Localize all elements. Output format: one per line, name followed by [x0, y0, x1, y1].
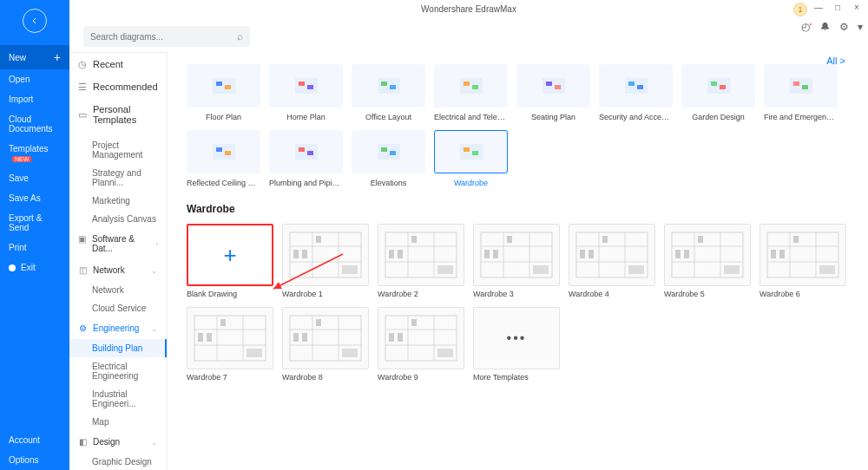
sidebar-item-label: Software & Dat... [92, 234, 149, 253]
category-card[interactable]: Elevations [352, 130, 425, 187]
template-thumb [187, 307, 273, 369]
svg-rect-80 [724, 265, 740, 274]
close-icon[interactable]: × [851, 3, 863, 12]
sidebar-sub-industrial-eng[interactable]: Industrial Engineeri... [69, 385, 167, 413]
sidebar-item-engineering[interactable]: ⚙︎Engineering⌄ [69, 317, 167, 339]
template-card[interactable]: Wardrobe 7 [187, 307, 273, 382]
folder-icon: ▭ [78, 110, 87, 119]
sidebar-sub-network[interactable]: Network [69, 281, 167, 299]
svg-rect-30 [378, 144, 400, 160]
sidebar-item-new[interactable]: New + [0, 45, 69, 69]
category-card[interactable]: Seating Plan [516, 64, 590, 121]
sidebar-sub-building-plan[interactable]: Building Plan [69, 339, 167, 357]
svg-rect-3 [295, 78, 318, 94]
category-card[interactable]: Fire and Emergency Pl... [764, 64, 838, 121]
template-label: Wardrobe 9 [378, 373, 464, 382]
sidebar-sub-graphic-design[interactable]: Graphic Design [69, 453, 167, 470]
sidebar-item-save[interactable]: Save [0, 168, 69, 188]
svg-rect-53 [437, 265, 453, 274]
template-thumb [569, 224, 655, 286]
sidebar-sub-map[interactable]: Map [69, 413, 167, 431]
sidebar-sub-marketing[interactable]: Marketing [69, 192, 167, 210]
search-input[interactable] [90, 32, 237, 42]
sidebar-item-recommended[interactable]: ☰Recommended [69, 75, 167, 98]
category-card[interactable]: Garden Design [681, 64, 755, 121]
sidebar-item-save-as[interactable]: Save As [0, 188, 69, 208]
svg-rect-68 [580, 250, 585, 258]
category-card[interactable]: Reflected Ceiling Plan [187, 130, 260, 187]
sidebar-item-software[interactable]: ▣Software & Dat...› [69, 228, 167, 259]
template-card[interactable]: ••• More Templates [473, 307, 560, 382]
svg-rect-97 [220, 319, 226, 326]
sidebar-sub-analysis-canvas[interactable]: Analysis Canvas [69, 210, 167, 228]
svg-rect-114 [398, 333, 403, 342]
category-card[interactable]: Home Plan [269, 64, 343, 121]
sidebar-item-recent[interactable]: ◷Recent [69, 53, 167, 75]
category-thumb [269, 64, 343, 108]
category-label: Floor Plan [206, 113, 241, 121]
search-icon[interactable]: ⌕ [237, 30, 243, 42]
category-card[interactable]: Floor Plan [187, 64, 260, 121]
template-thumb [378, 307, 464, 369]
svg-rect-18 [707, 78, 730, 94]
sidebar-item-exit[interactable]: Exit [0, 258, 69, 277]
sidebar-sub-electrical-eng[interactable]: Electrical Engineering [69, 357, 167, 385]
sidebar-item-account[interactable]: Account [0, 430, 69, 450]
template-label: More Templates [473, 373, 560, 382]
sidebar-item-templates[interactable]: Templates NEW [0, 139, 69, 168]
template-card[interactable]: Wardrobe 9 [378, 307, 464, 382]
minimize-icon[interactable]: — [812, 3, 825, 12]
category-thumb [352, 64, 425, 108]
template-thumb [282, 307, 369, 369]
category-thumb [434, 130, 508, 173]
category-icon [211, 141, 237, 162]
template-card[interactable]: Wardrobe 2 [378, 224, 464, 298]
sidebar-item-cloud-documents[interactable]: Cloud Documents [0, 109, 69, 139]
sidebar-item-personal-templates[interactable]: ▭Personal Templates [69, 98, 167, 131]
svg-rect-16 [628, 82, 635, 86]
template-card[interactable]: Wardrobe 1 [282, 224, 369, 298]
sidebar-item-network[interactable]: ◫Network⌄ [69, 259, 167, 281]
grid-icon[interactable]: ▾ [858, 21, 863, 33]
category-icon [623, 75, 649, 96]
svg-rect-52 [411, 236, 417, 243]
category-card[interactable]: Security and Access Pl... [599, 64, 673, 121]
category-card[interactable]: Wardrobe [434, 130, 508, 187]
sidebar-sub-strategy[interactable]: Strategy and Planni... [69, 164, 167, 192]
sidebar-sub-cloud-service[interactable]: Cloud Service [69, 299, 167, 317]
svg-rect-87 [779, 250, 785, 258]
category-card[interactable]: Electrical and Telecom... [434, 64, 508, 121]
sidebar-item-design[interactable]: ◧Design⌄ [69, 431, 167, 453]
category-icon [376, 75, 402, 96]
back-button[interactable] [23, 9, 47, 33]
sidebar-item-open[interactable]: Open [0, 69, 69, 89]
clock-icon[interactable]: ◴• [801, 21, 812, 33]
sidebar-item-import[interactable]: Import [0, 89, 69, 109]
svg-rect-8 [390, 85, 396, 89]
template-card[interactable]: Wardrobe 3 [473, 224, 560, 298]
all-link[interactable]: All > [826, 55, 845, 66]
template-card[interactable]: Wardrobe 8 [282, 307, 369, 382]
template-card[interactable]: + Blank Drawing [187, 224, 273, 298]
category-card[interactable]: Office Layout [352, 64, 425, 121]
svg-rect-10 [464, 82, 470, 86]
svg-rect-32 [390, 151, 396, 155]
gear-icon[interactable]: ⚙︎ [839, 21, 849, 33]
svg-rect-79 [698, 236, 703, 243]
user-badge[interactable]: 1 [793, 3, 807, 16]
template-card[interactable]: Wardrobe 5 [664, 224, 751, 298]
sidebar-item-export-send[interactable]: Export & Send [0, 208, 69, 238]
category-icon [788, 75, 814, 96]
template-card[interactable]: Wardrobe 4 [569, 224, 655, 298]
category-label: Office Layout [365, 113, 411, 121]
search-bar[interactable]: ⌕ [83, 26, 250, 47]
sidebar-item-options[interactable]: Options [0, 450, 69, 470]
category-thumb [764, 64, 838, 108]
sidebar-sub-project-management[interactable]: Project Management [69, 136, 167, 164]
template-card[interactable]: Wardrobe 6 [760, 224, 846, 298]
sidebar-item-print[interactable]: Print [0, 238, 69, 258]
bell-icon[interactable]: 🔔︎ [820, 21, 831, 33]
maximize-icon[interactable]: □ [832, 3, 844, 12]
category-card[interactable]: Plumbing and Piping ... [269, 130, 343, 187]
svg-rect-60 [493, 250, 498, 258]
